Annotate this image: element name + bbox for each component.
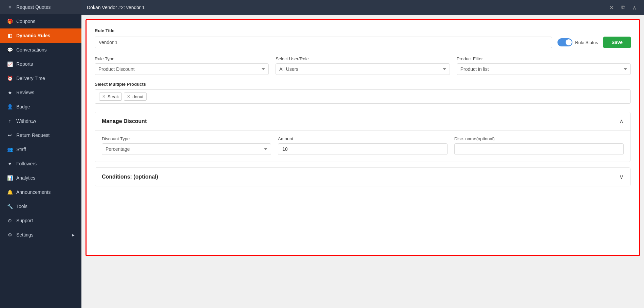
- settings-icon: ⚙: [7, 232, 13, 238]
- rule-title-input[interactable]: [95, 37, 552, 48]
- discount-type-select[interactable]: Percentage Fixed: [102, 143, 271, 155]
- collapse-button[interactable]: ∧: [630, 4, 639, 12]
- conditions-section: Conditions: (optional) ∨: [95, 167, 631, 186]
- amount-input[interactable]: [278, 143, 447, 155]
- sidebar-item-withdraw[interactable]: ↑Withdraw: [0, 114, 81, 128]
- rule-type-row: Rule Type Product Discount Shipping Disc…: [95, 56, 631, 75]
- conditions-title: Conditions: (optional): [102, 174, 158, 180]
- sidebar-item-label-return-request: Return Request: [16, 132, 50, 138]
- return-request-icon: ↩: [7, 132, 13, 138]
- withdraw-icon: ↑: [7, 118, 13, 124]
- sidebar-item-analytics[interactable]: 📊Analytics: [0, 171, 81, 185]
- disc-name-group: Disc. name(optional): [454, 136, 624, 155]
- conditions-header[interactable]: Conditions: (optional) ∨: [95, 168, 630, 186]
- user-role-label: Select User/Role: [276, 56, 450, 61]
- sidebar-item-label-dynamic-rules: Dynamic Rules: [16, 33, 50, 38]
- request-quotes-icon: ≡: [7, 4, 13, 10]
- rule-type-select[interactable]: Product Discount Shipping Discount Fixed…: [95, 63, 269, 75]
- rule-status-wrap: Rule Status: [557, 38, 598, 46]
- window-title: Dokan Vendor #2: vendor 1: [87, 5, 145, 10]
- sidebar-item-dynamic-rules[interactable]: ◧Dynamic Rules: [0, 28, 81, 43]
- sidebar-item-label-coupons: Coupons: [16, 19, 35, 24]
- tag-donut: ✕donut: [124, 93, 147, 101]
- sidebar-item-tools[interactable]: 🔧Tools: [0, 199, 81, 213]
- manage-discount-body: Discount Type Percentage Fixed Amount Di…: [95, 130, 630, 162]
- copy-button[interactable]: ⧉: [619, 4, 627, 11]
- sidebar-item-label-announcements: Announcements: [16, 189, 51, 195]
- sidebar-item-badge[interactable]: 👤Badge: [0, 100, 81, 114]
- sidebar-item-reports[interactable]: 📈Reports: [0, 57, 81, 71]
- announcements-icon: 🔔: [7, 189, 13, 195]
- dynamic-rules-icon: ◧: [7, 33, 13, 39]
- sidebar-item-support[interactable]: ⊙Support: [0, 213, 81, 228]
- user-role-group: Select User/Role All Users Registered Us…: [276, 56, 450, 75]
- sidebar-item-label-settings: Settings: [16, 232, 34, 238]
- sidebar-item-label-analytics: Analytics: [16, 175, 35, 181]
- sidebar-item-label-support: Support: [16, 218, 33, 223]
- sidebar-item-request-quotes[interactable]: ≡Request Quotes: [0, 0, 81, 14]
- amount-group: Amount: [278, 136, 447, 155]
- sidebar-item-staff[interactable]: 👥Staff: [0, 142, 81, 157]
- sidebar-item-label-staff: Staff: [16, 147, 26, 152]
- sidebar-item-label-withdraw: Withdraw: [16, 118, 36, 124]
- conditions-chevron-down-icon: ∨: [619, 173, 624, 181]
- sidebar-item-delivery-time[interactable]: ⏰Delivery Time: [0, 71, 81, 85]
- rule-type-label: Rule Type: [95, 56, 269, 61]
- manage-discount-header[interactable]: Manage Discount ∧: [95, 112, 630, 130]
- sidebar-item-conversations[interactable]: 💬Conversations: [0, 43, 81, 57]
- rule-title-label: Rule Title: [95, 28, 631, 33]
- settings-arrow-icon: ▶: [72, 233, 75, 237]
- badge-icon: 👤: [7, 104, 13, 110]
- sidebar-item-label-request-quotes: Request Quotes: [16, 4, 51, 10]
- manage-discount-title: Manage Discount: [102, 118, 147, 124]
- rule-status-label: Rule Status: [575, 40, 598, 45]
- staff-icon: 👥: [7, 146, 13, 152]
- user-role-select[interactable]: All Users Registered Users Guests: [276, 63, 450, 75]
- followers-icon: ♥: [7, 161, 13, 167]
- sidebar-item-return-request[interactable]: ↩Return Request: [0, 128, 81, 142]
- sidebar-item-label-reports: Reports: [16, 61, 33, 67]
- tag-label-steak: Steak: [108, 94, 119, 99]
- conversations-icon: 💬: [7, 47, 13, 53]
- tag-steak: ✕Steak: [99, 93, 122, 101]
- sidebar: ≡Request Quotes🎁Coupons◧Dynamic Rules💬Co…: [0, 0, 81, 308]
- rule-type-group: Rule Type Product Discount Shipping Disc…: [95, 56, 269, 75]
- sidebar-item-label-followers: Followers: [16, 161, 37, 166]
- window-bar: Dokan Vendor #2: vendor 1 ✕ ⧉ ∧: [81, 0, 644, 15]
- manage-discount-section: Manage Discount ∧ Discount Type Percenta…: [95, 112, 631, 162]
- manage-discount-chevron-up-icon: ∧: [619, 118, 624, 125]
- save-button[interactable]: Save: [603, 37, 631, 48]
- form-panel: Rule Title Rule Status Save: [86, 19, 640, 256]
- window-controls: ✕ ⧉ ∧: [607, 4, 639, 12]
- rule-title-input-wrap: [95, 37, 552, 48]
- rule-title-row: Rule Status Save: [95, 37, 631, 48]
- sidebar-item-label-reviews: Reviews: [16, 90, 34, 95]
- tag-remove-donut[interactable]: ✕: [127, 94, 130, 99]
- sidebar-item-followers[interactable]: ♥Followers: [0, 157, 81, 171]
- product-filter-group: Product Filter Product in list All Produ…: [457, 56, 631, 75]
- sidebar-item-label-delivery-time: Delivery Time: [16, 76, 45, 81]
- select-products-section: Select Multiple Products ✕Steak✕donut: [95, 82, 631, 104]
- reports-icon: 📈: [7, 61, 13, 67]
- sidebar-item-reviews[interactable]: ★Reviews: [0, 85, 81, 100]
- disc-name-input[interactable]: [454, 143, 624, 155]
- discount-type-group: Discount Type Percentage Fixed: [102, 136, 271, 155]
- support-icon: ⊙: [7, 218, 13, 224]
- sidebar-item-announcements[interactable]: 🔔Announcements: [0, 185, 81, 199]
- sidebar-item-label-badge: Badge: [16, 104, 30, 109]
- sidebar-item-settings[interactable]: ⚙Settings▶: [0, 228, 81, 242]
- close-button[interactable]: ✕: [607, 4, 616, 12]
- coupons-icon: 🎁: [7, 18, 13, 24]
- tags-container[interactable]: ✕Steak✕donut: [95, 89, 631, 104]
- product-filter-select[interactable]: Product in list All Products Category: [457, 63, 631, 75]
- sidebar-item-coupons[interactable]: 🎁Coupons: [0, 14, 81, 28]
- rule-status-toggle[interactable]: [557, 38, 572, 46]
- main-content: Dokan Vendor #2: vendor 1 ✕ ⧉ ∧ Rule Tit…: [81, 0, 644, 308]
- sidebar-item-label-conversations: Conversations: [16, 47, 47, 53]
- tag-label-donut: donut: [132, 94, 144, 99]
- select-products-label: Select Multiple Products: [95, 82, 631, 87]
- tag-remove-steak[interactable]: ✕: [102, 94, 106, 99]
- sidebar-item-label-tools: Tools: [16, 204, 27, 209]
- discount-row: Discount Type Percentage Fixed Amount Di…: [102, 136, 624, 155]
- amount-label: Amount: [278, 136, 447, 141]
